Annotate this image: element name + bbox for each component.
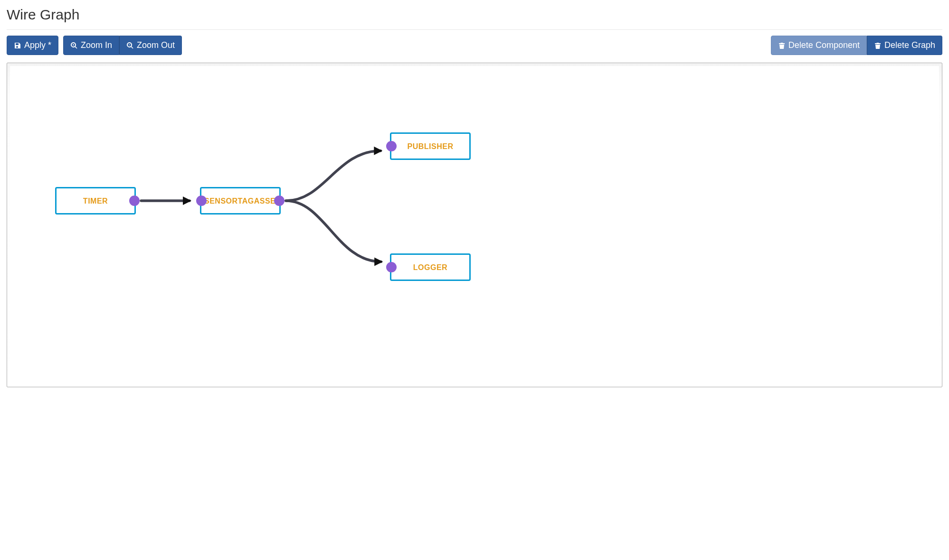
apply-button[interactable]: Apply * xyxy=(7,36,58,55)
port-in[interactable] xyxy=(196,196,207,206)
node-label: SENSORTAGASSET xyxy=(204,197,276,205)
delete-group: Delete Component Delete Graph xyxy=(771,36,942,55)
wires-layer xyxy=(10,66,939,384)
node-pub[interactable]: PUBLISHER xyxy=(390,132,471,160)
delete-component-label: Delete Component xyxy=(788,40,860,51)
zoom-group: Zoom In Zoom Out xyxy=(63,36,182,55)
apply-label: Apply * xyxy=(24,40,51,51)
node-timer[interactable]: TIMER xyxy=(55,187,136,215)
node-logger[interactable]: LOGGER xyxy=(390,253,471,281)
node-asset[interactable]: SENSORTAGASSET xyxy=(200,187,281,215)
zoom-in-icon xyxy=(70,42,78,49)
apply-group: Apply * xyxy=(7,36,58,55)
canvas-frame: TIMERSENSORTAGASSETPUBLISHERLOGGER xyxy=(7,63,942,387)
zoom-out-button[interactable]: Zoom Out xyxy=(119,36,182,55)
wire[interactable] xyxy=(286,151,380,201)
node-label: TIMER xyxy=(83,197,108,205)
zoom-in-label: Zoom In xyxy=(81,40,112,51)
save-icon xyxy=(14,42,21,49)
toolbar: Apply * Zoom In Zoom Out xyxy=(7,36,942,55)
node-label: PUBLISHER xyxy=(408,142,454,151)
delete-graph-label: Delete Graph xyxy=(884,40,935,51)
arrowhead-icon xyxy=(183,196,191,205)
port-in[interactable] xyxy=(386,141,397,151)
trash-icon xyxy=(778,42,786,49)
divider xyxy=(7,29,942,30)
graph-canvas[interactable]: TIMERSENSORTAGASSETPUBLISHERLOGGER xyxy=(10,66,939,384)
port-out[interactable] xyxy=(129,196,140,206)
wire[interactable] xyxy=(286,201,381,262)
zoom-out-icon xyxy=(126,42,134,49)
port-in[interactable] xyxy=(386,262,397,272)
page-title: Wire Graph xyxy=(7,5,942,29)
delete-component-button[interactable]: Delete Component xyxy=(771,36,867,55)
zoom-out-label: Zoom Out xyxy=(137,40,175,51)
arrowhead-icon xyxy=(374,147,382,155)
port-out[interactable] xyxy=(274,196,285,206)
node-label: LOGGER xyxy=(413,263,447,272)
delete-graph-button[interactable]: Delete Graph xyxy=(867,36,942,55)
zoom-in-button[interactable]: Zoom In xyxy=(63,36,119,55)
arrowhead-icon xyxy=(374,258,383,266)
trash-icon xyxy=(874,42,882,49)
